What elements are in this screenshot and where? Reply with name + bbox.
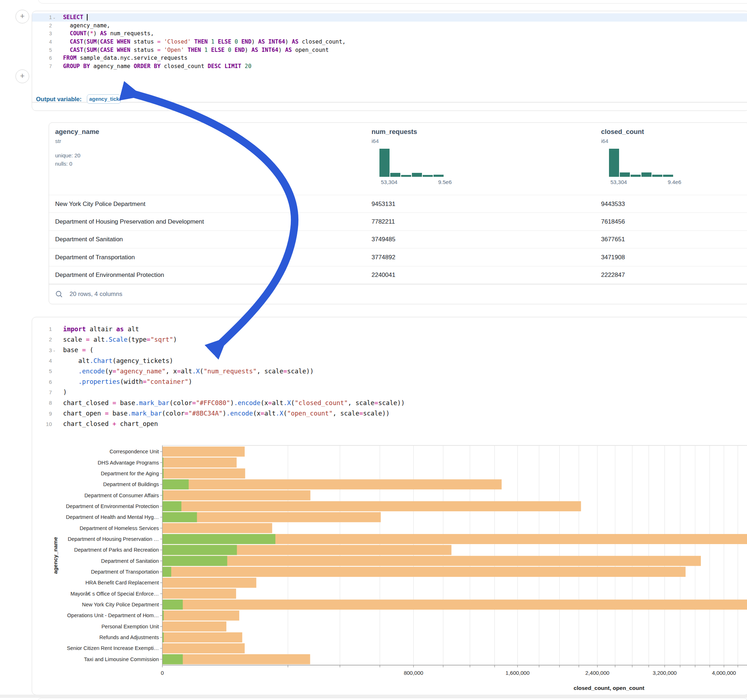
bar-open[interactable] [163, 479, 189, 489]
histogram-max: 9.5e6 [438, 179, 452, 185]
bar-closed[interactable] [163, 490, 311, 501]
line-number: 1⌄ [32, 14, 59, 20]
table-row[interactable]: Department of Environmental Protection22… [49, 266, 747, 284]
y-axis-category-label: Personal Exemption Unit [101, 624, 159, 629]
output-variable-tag[interactable]: agency_tickets [87, 94, 121, 104]
bar-closed[interactable] [163, 622, 227, 632]
column-stat: unique: 20 [55, 151, 185, 160]
next-cell-edge [38, 698, 747, 700]
code-line[interactable]: 2scale = alt.Scale(type="sqrt") [32, 334, 747, 345]
line-number: 7 [32, 389, 59, 395]
column-stat: nulls: 0 [55, 160, 185, 168]
code-line[interactable]: 4 CAST(SUM(CASE WHEN status = 'Closed' T… [32, 38, 747, 46]
bar-open[interactable] [163, 567, 171, 577]
column-type: str [55, 138, 185, 144]
table-cell: 3749485 [372, 231, 395, 249]
table-row[interactable]: New York City Police Department945313194… [49, 195, 747, 213]
add-cell-button[interactable]: + [15, 10, 29, 23]
code-line[interactable]: 6FROM sample_data.nyc.service_requests [32, 54, 747, 62]
bar-closed[interactable] [163, 556, 701, 566]
y-axis-category-label: Mayorâ€ s Office of Special Enforce… [70, 591, 159, 597]
code-line[interactable]: 9chart_open = base.mark_bar(color="#8BC3… [32, 408, 747, 418]
code-line[interactable]: 1import altair as alt [32, 324, 747, 334]
bar-open[interactable] [163, 501, 181, 511]
bar-closed[interactable] [163, 479, 502, 489]
table-row[interactable]: Department of Sanitation37494853677651 [49, 231, 747, 249]
table-cell: 3471908 [601, 249, 625, 266]
table-row[interactable]: Department of Housing Preservation and D… [49, 213, 747, 231]
bar-closed[interactable] [163, 501, 581, 511]
table-cell: Department of Transportation [55, 249, 135, 266]
code-line[interactable]: 4 alt.Chart(agency_tickets) [32, 355, 747, 366]
code-text: chart_open = base.mark_bar(color="#8BC34… [59, 410, 390, 417]
line-number: 3 [32, 31, 59, 36]
bar-closed[interactable] [163, 610, 239, 620]
y-axis-category-label: Refunds and Adjustments [100, 634, 159, 640]
bar-closed[interactable] [163, 578, 257, 588]
bar-closed[interactable] [163, 468, 245, 478]
bar-open[interactable] [163, 556, 227, 566]
column-type: i64 [601, 138, 731, 144]
bar-closed[interactable] [163, 632, 242, 643]
bar-closed[interactable] [163, 643, 245, 653]
code-text: ) [59, 389, 67, 396]
code-line[interactable]: 10chart_closed + chart_open [32, 419, 747, 429]
code-line[interactable]: 7GROUP BY agency_name ORDER BY closed_co… [32, 62, 747, 71]
line-number: 7 [32, 63, 59, 69]
y-axis-category-label: Taxi and Limousine Commission [84, 656, 159, 662]
column-header[interactable]: agency_name strunique: 20nulls: 0 [55, 128, 185, 168]
code-line[interactable]: 3 COUNT(*) AS num_requests, [32, 30, 747, 38]
bar-closed[interactable] [163, 589, 236, 599]
table-cell: 7618456 [601, 213, 625, 231]
bar-closed[interactable] [163, 523, 272, 533]
code-line[interactable]: 5 .encode(y="agency_name", x=alt.X("num_… [32, 366, 747, 376]
line-number: 5 [32, 47, 59, 53]
text-cursor [87, 14, 88, 21]
table-row-count: 20 rows, 4 columns [70, 291, 122, 298]
code-line[interactable]: 7) [32, 387, 747, 398]
histogram-min: 53,304 [381, 179, 398, 185]
sql-editor[interactable]: 1⌄SELECT 2 agency_name,3 COUNT(*) AS num… [32, 13, 747, 70]
code-line[interactable]: 1⌄SELECT [32, 13, 747, 22]
code-line[interactable]: 5 CAST(SUM(CASE WHEN status = 'Open' THE… [32, 46, 747, 54]
code-line[interactable]: 6 .properties(width="container") [32, 376, 747, 387]
code-line[interactable]: 3⌄base = ( [32, 345, 747, 355]
x-axis-title: closed_count, open_count [574, 685, 644, 691]
bar-open[interactable] [163, 654, 183, 664]
code-text: scale = alt.Scale(type="sqrt") [59, 336, 177, 343]
fold-chevron-icon[interactable]: ⌄ [52, 348, 57, 352]
output-variable-row: Output variable: agency_tickets [36, 94, 121, 104]
bar-open[interactable] [163, 545, 237, 555]
code-text: CAST(SUM(CASE WHEN status = 'Open' THEN … [59, 47, 329, 53]
code-text: COUNT(*) AS num_requests, [59, 30, 154, 37]
bar-closed[interactable] [163, 458, 237, 468]
y-axis-category-label: Department of Health and Mental Hyg… [66, 514, 159, 520]
table-cell: 9443533 [601, 195, 625, 213]
code-line[interactable]: 2 agency_name, [32, 22, 747, 30]
y-axis-category-label: Operations Unit - Department of Hom… [67, 612, 159, 618]
code-text: alt.Chart(agency_tickets) [59, 357, 173, 364]
bar-open[interactable] [163, 534, 276, 544]
python-editor[interactable]: 1import altair as alt2scale = alt.Scale(… [32, 324, 747, 429]
table-cell: Department of Sanitation [55, 231, 123, 249]
y-axis-category-label: Department of Transportation [91, 569, 159, 575]
bar-open[interactable] [163, 599, 183, 609]
column-name: num_requests [372, 128, 501, 136]
bar-closed[interactable] [163, 447, 245, 457]
code-text: .properties(width="container") [59, 378, 192, 385]
code-line[interactable]: 8chart_closed = base.mark_bar(color="#FF… [32, 398, 747, 408]
bar-closed[interactable] [163, 567, 686, 577]
table-cell: 3677651 [601, 231, 625, 249]
bar-closed[interactable] [163, 599, 747, 609]
table-footer-divider [49, 284, 747, 284]
add-cell-button[interactable]: + [15, 69, 29, 83]
search-icon[interactable] [55, 290, 63, 298]
column-header[interactable]: num_requests i64 53,304 9.5e6 [372, 128, 501, 144]
table-row[interactable]: Department of Transportation377489234719… [49, 248, 747, 266]
bar-open[interactable] [163, 512, 197, 522]
column-header[interactable]: closed_count i64 53,304 9.4e6 [601, 128, 731, 144]
line-number: 2 [32, 23, 59, 29]
fold-chevron-icon[interactable]: ⌄ [52, 15, 57, 20]
bar-closed[interactable] [163, 654, 310, 664]
python-cell: 1import altair as alt2scale = alt.Scale(… [32, 317, 747, 695]
